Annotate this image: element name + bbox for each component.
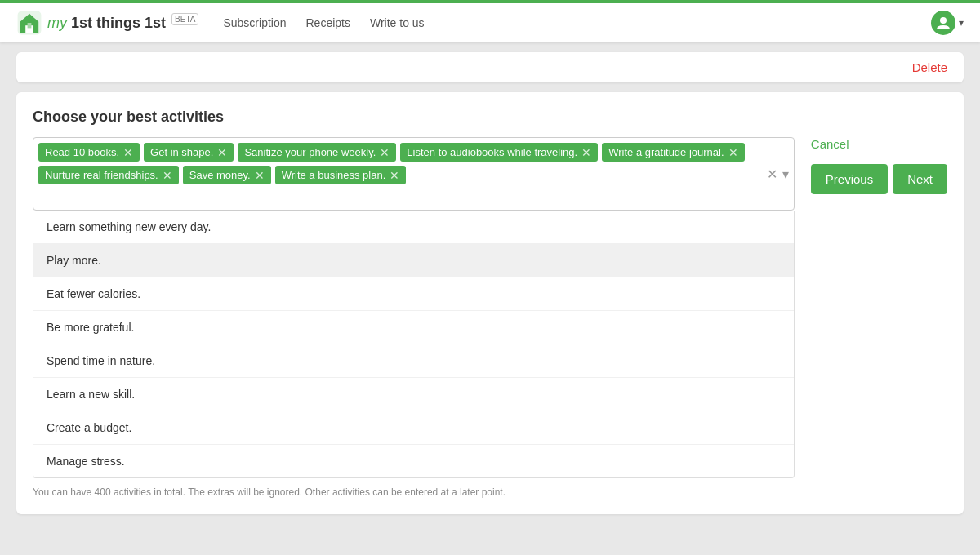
tags-input-area[interactable]: Read 10 books.✕Get in shape.✕Sanitize yo… xyxy=(33,137,795,211)
tag-remove-icon[interactable]: ✕ xyxy=(728,147,738,158)
item-learn-new[interactable]: Learn something new every day. xyxy=(33,211,794,244)
item-learn-skill[interactable]: Learn a new skill. xyxy=(33,378,794,411)
logo-my: my xyxy=(47,15,67,31)
avatar xyxy=(931,11,956,35)
tag-remove-icon[interactable]: ✕ xyxy=(581,147,591,158)
subscription-link[interactable]: Subscription xyxy=(223,16,286,29)
tag-read-10-books[interactable]: Read 10 books.✕ xyxy=(38,143,140,162)
item-eat-fewer[interactable]: Eat fewer calories. xyxy=(33,278,794,311)
tag-remove-icon[interactable]: ✕ xyxy=(390,170,399,181)
navbar: my 1st things 1st BETA Subscription Rece… xyxy=(0,0,980,42)
tag-save-money[interactable]: Save money.✕ xyxy=(183,166,271,184)
item-spend-nature[interactable]: Spend time in nature. xyxy=(33,344,794,378)
write-to-us-link[interactable]: Write to us xyxy=(370,16,425,29)
tag-remove-icon[interactable]: ✕ xyxy=(255,170,265,181)
top-card: Delete xyxy=(16,52,964,82)
user-icon xyxy=(935,15,951,31)
button-group: Previous Next xyxy=(811,164,947,194)
logo-main: 1st things 1st xyxy=(71,15,166,31)
hint-text: You can have 400 activities in total. Th… xyxy=(33,486,795,498)
item-create-budget[interactable]: Create a budget. xyxy=(33,411,794,445)
tag-remove-icon[interactable]: ✕ xyxy=(217,147,227,158)
main-card: Choose your best activities Read 10 book… xyxy=(16,92,964,514)
logo-icon xyxy=(16,10,42,36)
tag-get-in-shape[interactable]: Get in shape.✕ xyxy=(144,143,234,162)
logo[interactable]: my 1st things 1st BETA xyxy=(16,10,198,36)
tag-business-plan[interactable]: Write a business plan.✕ xyxy=(275,166,407,184)
cancel-link[interactable]: Cancel xyxy=(811,137,849,151)
svg-rect-3 xyxy=(28,23,32,28)
svg-point-4 xyxy=(940,17,947,24)
tag-remove-icon[interactable]: ✕ xyxy=(163,170,172,181)
tag-remove-icon[interactable]: ✕ xyxy=(123,147,133,158)
dropdown-list: Learn something new every day.Play more.… xyxy=(33,211,795,478)
tag-gratitude-journal[interactable]: Write a gratitude journal.✕ xyxy=(602,143,744,162)
receipts-link[interactable]: Receipts xyxy=(306,16,350,29)
user-menu[interactable]: ▾ xyxy=(931,11,964,35)
tags-controls: ✕ ▾ xyxy=(767,166,789,182)
chevron-down-icon: ▾ xyxy=(959,17,964,29)
item-play-more[interactable]: Play more. xyxy=(33,244,794,278)
tag-listen-audiobooks[interactable]: Listen to audiobooks while traveling.✕ xyxy=(400,143,598,162)
next-button[interactable]: Next xyxy=(893,164,947,194)
card-content: Read 10 books.✕Get in shape.✕Sanitize yo… xyxy=(33,137,947,498)
card-title: Choose your best activities xyxy=(33,109,947,126)
beta-badge: BETA xyxy=(172,13,198,25)
item-be-grateful[interactable]: Be more grateful. xyxy=(33,311,794,344)
previous-button[interactable]: Previous xyxy=(811,164,888,194)
tag-sanitize-phone[interactable]: Sanitize your phone weekly.✕ xyxy=(238,143,396,162)
page-content: Delete Choose your best activities Read … xyxy=(0,42,980,555)
tag-nurture-friendships[interactable]: Nurture real friendships.✕ xyxy=(38,166,179,184)
right-section: Cancel Previous Next xyxy=(811,137,947,498)
delete-link[interactable]: Delete xyxy=(912,60,947,74)
tags-dropdown-icon[interactable]: ▾ xyxy=(782,166,789,182)
tags-clear-icon[interactable]: ✕ xyxy=(767,166,777,182)
tag-remove-icon[interactable]: ✕ xyxy=(380,147,390,158)
nav-links: Subscription Receipts Write to us xyxy=(223,16,931,29)
item-manage-stress[interactable]: Manage stress. xyxy=(33,445,794,477)
left-section: Read 10 books.✕Get in shape.✕Sanitize yo… xyxy=(33,137,795,498)
